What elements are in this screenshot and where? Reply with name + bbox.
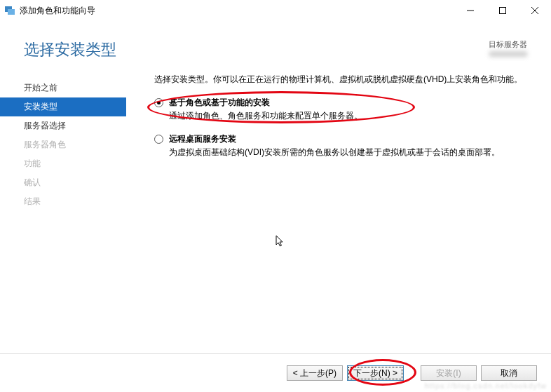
content-pane: 选择安装类型。你可以在正在运行的物理计算机、虚拟机或脱机虚拟硬盘(VHD)上安装…: [126, 73, 551, 376]
option-role-feature-desc: 通过添加角色、角色服务和功能来配置单个服务器。: [169, 110, 533, 122]
sidebar-item-install-type[interactable]: 安装类型: [0, 97, 126, 116]
main: 开始之前 安装类型 服务器选择 服务器角色 功能 确认 结果 选择安装类型。你可…: [0, 73, 551, 376]
maximize-button[interactable]: [487, 0, 519, 21]
sidebar-item-before[interactable]: 开始之前: [0, 79, 126, 97]
option-role-feature[interactable]: 基于角色或基于功能的安装 通过添加角色、角色服务和功能来配置单个服务器。: [154, 97, 533, 122]
prev-button[interactable]: < 上一步(P): [287, 365, 343, 381]
title-bar: 添加角色和功能向导: [0, 0, 551, 21]
option-role-feature-title: 基于角色或基于功能的安装: [169, 97, 270, 109]
option-rds-desc: 为虚拟桌面基础结构(VDI)安装所需的角色服务以创建基于虚拟机或基于会话的桌面部…: [169, 147, 533, 158]
sidebar-item-confirm: 确认: [0, 173, 126, 192]
target-server-name: [489, 51, 527, 57]
page-title: 选择安装类型: [24, 39, 116, 60]
cancel-button[interactable]: 取消: [481, 365, 537, 381]
sidebar-item-result: 结果: [0, 192, 126, 211]
sidebar-item-server-roles: 服务器角色: [0, 135, 126, 154]
option-rds-title: 远程桌面服务安装: [169, 133, 236, 145]
sidebar-item-features: 功能: [0, 154, 126, 173]
svg-rect-3: [500, 8, 506, 14]
minimize-button[interactable]: [454, 0, 487, 21]
window-title: 添加角色和功能向导: [20, 5, 95, 17]
header: 选择安装类型 目标服务器: [0, 21, 551, 73]
radio-role-feature[interactable]: [154, 98, 163, 107]
radio-rds[interactable]: [154, 135, 163, 144]
sidebar-item-server-select[interactable]: 服务器选择: [0, 116, 126, 135]
target-server-label: 目标服务器: [489, 39, 527, 50]
svg-rect-1: [8, 9, 15, 15]
target-server-box: 目标服务器: [489, 39, 527, 58]
next-button[interactable]: 下一步(N) >: [347, 365, 404, 381]
close-button[interactable]: [519, 0, 551, 21]
window-controls: [454, 0, 551, 21]
instruction-text: 选择安装类型。你可以在正在运行的物理计算机、虚拟机或脱机虚拟硬盘(VHD)上安装…: [154, 73, 533, 86]
wizard-sidebar: 开始之前 安装类型 服务器选择 服务器角色 功能 确认 结果: [0, 73, 126, 376]
footer: < 上一步(P) 下一步(N) > 安装(I) 取消: [0, 353, 551, 392]
server-manager-icon: [4, 5, 15, 16]
option-rds[interactable]: 远程桌面服务安装 为虚拟桌面基础结构(VDI)安装所需的角色服务以创建基于虚拟机…: [154, 133, 533, 158]
install-button: 安装(I): [421, 365, 477, 381]
